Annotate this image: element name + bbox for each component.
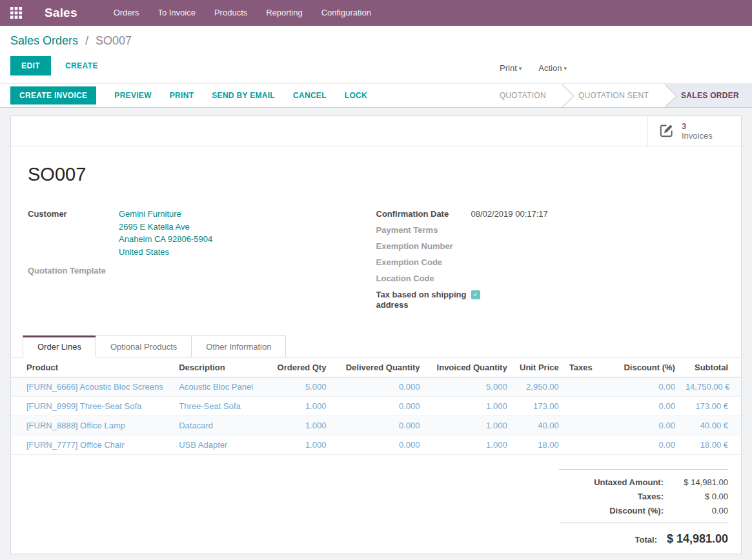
location-code-field: Location Code xyxy=(376,274,725,284)
cell-invoiced-qty: 1.000 xyxy=(425,435,513,455)
print-button[interactable]: PRINT xyxy=(170,91,194,100)
confirmation-date-label: Confirmation Date xyxy=(376,209,471,219)
preview-button[interactable]: PREVIEW xyxy=(114,91,151,100)
col-header-ordered-qty: Ordered Qty xyxy=(272,357,331,377)
cell-taxes xyxy=(564,435,611,455)
action-dropdown[interactable]: Action▾ xyxy=(538,63,567,73)
order-line-row[interactable]: [FURN_7777] Office Chair USB Adapter 1.0… xyxy=(11,435,741,455)
exemption-code-label: Exemption Code xyxy=(376,257,471,268)
app-brand-title[interactable]: Sales xyxy=(45,6,77,20)
order-line-row[interactable]: [FURN_8999] Three-Seat Sofa Three-Seat S… xyxy=(11,397,741,416)
cell-ordered-qty: 1.000 xyxy=(272,416,331,435)
cell-unit-price: 173.00 xyxy=(513,397,564,416)
cell-ordered-qty: 5.000 xyxy=(272,377,331,397)
print-dropdown[interactable]: Print▾ xyxy=(500,63,522,73)
cell-product: [FURN_8888] Office Lamp xyxy=(11,416,174,435)
nav-item-products[interactable]: Products xyxy=(208,0,254,26)
cell-invoiced-qty: 1.000 xyxy=(425,397,513,416)
total-row: Total: $ 14,981.00 xyxy=(559,528,728,548)
create-button[interactable]: CREATE xyxy=(65,61,98,70)
col-header-taxes: Taxes xyxy=(564,357,611,377)
untaxed-amount-value: $ 14,981.00 xyxy=(664,477,728,487)
control-panel: Sales Orders / SO007 EDIT CREATE Print▾ … xyxy=(0,26,752,83)
customer-name-link[interactable]: Gemini Furniture xyxy=(119,208,212,221)
invoices-smart-button[interactable]: 3 Invoices xyxy=(647,116,741,146)
nav-item-configuration[interactable]: Configuration xyxy=(315,0,378,26)
quotation-template-field: Quotation Template xyxy=(28,266,376,276)
cell-description: Acoustic Bloc Panel xyxy=(174,377,272,397)
breadcrumb-sales-orders[interactable]: Sales Orders xyxy=(10,34,78,47)
field-column-left: Customer Gemini Furniture 2695 E Katella… xyxy=(28,209,376,316)
col-header-unit-price: Unit Price xyxy=(513,357,564,377)
control-panel-buttons: EDIT CREATE xyxy=(10,56,742,75)
cell-taxes xyxy=(564,416,611,435)
cell-product: [FURN_7777] Office Chair xyxy=(11,435,174,455)
smart-button-row: 3 Invoices xyxy=(11,116,741,146)
cell-delivered-qty: 0.000 xyxy=(331,435,425,455)
chevron-down-icon: ▾ xyxy=(564,65,567,72)
col-header-product: Product xyxy=(11,357,174,377)
cell-discount: 0.00 xyxy=(611,435,680,455)
grand-total-group: Total: $ 14,981.00 xyxy=(559,523,728,554)
invoices-label: Invoices xyxy=(682,131,713,141)
customer-address-country: United States xyxy=(119,246,212,259)
tab-other-information[interactable]: Other Information xyxy=(191,335,286,357)
tab-order-lines[interactable]: Order Lines xyxy=(23,335,96,357)
apps-grid-icon[interactable] xyxy=(10,6,23,19)
col-header-subtotal: Subtotal xyxy=(680,357,741,377)
order-line-row[interactable]: [FURN_6666] Acoustic Bloc Screens Acoust… xyxy=(11,377,741,397)
cell-subtotal: 40.00 € xyxy=(680,416,741,435)
nav-item-to-invoice[interactable]: To Invoice xyxy=(151,0,202,26)
form-view-area: 3 Invoices SO007 Customer Gemini Furnitu… xyxy=(0,108,752,554)
tab-optional-products[interactable]: Optional Products xyxy=(96,335,192,357)
cell-invoiced-qty: 5.000 xyxy=(425,377,513,397)
notebook-tabs: Order Lines Optional Products Other Info… xyxy=(11,335,741,357)
lock-button[interactable]: LOCK xyxy=(345,91,367,100)
tax-shipping-field: Tax based on shipping address ✓ xyxy=(376,290,725,310)
status-step-sales-order[interactable]: SALES ORDER xyxy=(665,84,752,108)
confirmation-date-value: 08/02/2019 00:17:17 xyxy=(471,209,548,219)
payment-terms-field: Payment Terms xyxy=(376,225,725,235)
location-code-label: Location Code xyxy=(376,274,471,284)
taxes-value: $ 0.00 xyxy=(664,492,728,501)
exemption-number-label: Exemption Number xyxy=(376,241,471,252)
total-label: Total: xyxy=(559,535,657,545)
cell-description: Three-Seat Sofa xyxy=(174,397,272,416)
cell-product: [FURN_8999] Three-Seat Sofa xyxy=(11,397,174,416)
edit-pencil-icon xyxy=(658,122,675,141)
order-line-row[interactable]: [FURN_8888] Office Lamp Datacard 1.000 0… xyxy=(11,416,741,435)
breadcrumb-current: SO007 xyxy=(96,34,132,47)
cell-discount: 0.00 xyxy=(611,416,680,435)
status-step-quotation[interactable]: QUOTATION xyxy=(483,84,562,108)
customer-field: Customer Gemini Furniture 2695 E Katella… xyxy=(28,209,376,258)
cell-taxes xyxy=(564,377,611,397)
field-column-right: Confirmation Date 08/02/2019 00:17:17 Pa… xyxy=(376,209,725,316)
cell-description: Datacard xyxy=(174,416,272,435)
nav-item-orders[interactable]: Orders xyxy=(107,0,146,26)
send-by-email-button[interactable]: SEND BY EMAIL xyxy=(212,91,275,100)
edit-button[interactable]: EDIT xyxy=(10,56,51,75)
statusbar: CREATE INVOICE PREVIEW PRINT SEND BY EMA… xyxy=(0,83,752,108)
cancel-button[interactable]: CANCEL xyxy=(293,91,327,100)
customer-address-city: Anaheim CA 92806-5904 xyxy=(119,233,212,246)
create-invoice-button[interactable]: CREATE INVOICE xyxy=(10,86,96,105)
discount-label: Discount (%): xyxy=(559,506,664,515)
taxes-row: Taxes: $ 0.00 xyxy=(559,489,728,503)
cell-subtotal: 18.00 € xyxy=(680,435,741,455)
status-step-quotation-sent[interactable]: QUOTATION SENT xyxy=(562,84,665,108)
cell-unit-price: 40.00 xyxy=(513,416,564,435)
nav-item-reporting[interactable]: Reporting xyxy=(259,0,309,26)
order-name-title: SO007 xyxy=(28,164,724,185)
col-header-discount: Discount (%) xyxy=(611,357,680,377)
statusbar-buttons: CREATE INVOICE PREVIEW PRINT SEND BY EMA… xyxy=(0,84,367,107)
quotation-template-label: Quotation Template xyxy=(28,266,119,276)
exemption-code-field: Exemption Code xyxy=(376,257,725,268)
cell-subtotal: 173.00 € xyxy=(680,397,741,416)
confirmation-date-field: Confirmation Date 08/02/2019 00:17:17 xyxy=(376,209,725,219)
cell-delivered-qty: 0.000 xyxy=(331,377,425,397)
payment-terms-label: Payment Terms xyxy=(376,225,471,235)
table-header-row: Product Description Ordered Qty Delivere… xyxy=(11,357,741,377)
order-lines-table: Product Description Ordered Qty Delivere… xyxy=(11,357,741,455)
discount-value: 0.00 xyxy=(664,506,728,515)
untaxed-amount-label: Untaxed Amount: xyxy=(559,477,664,487)
